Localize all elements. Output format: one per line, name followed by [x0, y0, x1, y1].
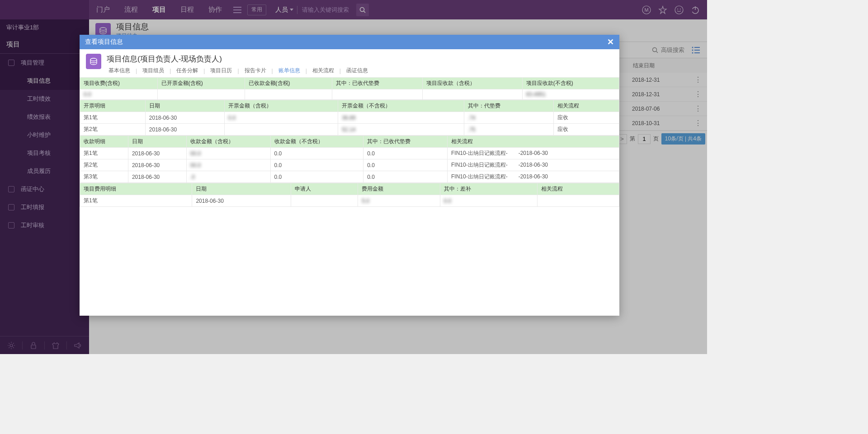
cell: 2018-06-30 — [128, 148, 186, 159]
cell: 0.0 — [80, 89, 158, 100]
table-row: 第2笔2018-06-3000.00.00.0FIN10-出纳日记账流程- -2… — [80, 159, 619, 171]
inner-title: 项目信息(项目负责人-现场负责人) — [107, 54, 613, 64]
cell: 2018-06-30 — [128, 171, 186, 183]
cell: FIN10-出纳日记账流程- -2018-06-30 — [447, 171, 619, 183]
col-header: 开票金额（不含税） — [338, 100, 464, 112]
bill-table: 收款明细日期收款金额（含税）收款金额（不含税）其中：已收代垫费相关流程第1笔20… — [80, 135, 619, 183]
cell: FIN10-出纳日记账流程- -2018-06-30 — [447, 148, 619, 159]
cell: 0.0 — [440, 195, 537, 207]
cell: 83.4951 — [522, 89, 619, 100]
cell: .75 — [464, 124, 553, 135]
cell — [157, 89, 245, 100]
cell: 2018-06-30 — [145, 124, 224, 135]
tab-item[interactable]: 相关流程 — [311, 67, 336, 75]
tab-item[interactable]: 函证信息 — [344, 67, 370, 75]
cell: 5.0 — [358, 195, 440, 207]
cell — [537, 195, 619, 207]
cell: 2018-06-30 — [128, 159, 186, 171]
cell — [422, 89, 522, 100]
col-header: 项目应收款(不含税) — [522, 78, 619, 89]
col-header: 开票金额（含税） — [224, 100, 338, 112]
modal-overlay: 查看项目信息 ✕ 项目信息(项目负责人-现场负责人) 基本信息|项目组员|任务分… — [0, 0, 707, 354]
col-header: 项目收费(含税) — [80, 78, 158, 89]
cell: 0.0 — [363, 171, 448, 183]
col-header: 收款明细 — [80, 136, 128, 148]
cell: 0.0 — [270, 171, 363, 183]
cell: .74 — [464, 112, 553, 124]
table-row: 0.083.4951 — [80, 89, 619, 100]
cell: 应收 — [554, 112, 619, 124]
col-header: 其中：已收代垫费 — [332, 78, 422, 89]
col-header: 相关流程 — [447, 136, 619, 148]
cell: 第1笔 — [80, 112, 146, 124]
col-header: 其中：已收代垫费 — [363, 136, 448, 148]
cell — [224, 124, 338, 135]
cell — [245, 89, 332, 100]
cell: 00.0 — [186, 159, 270, 171]
col-header: 相关流程 — [537, 183, 619, 195]
modal-body: 项目信息(项目负责人-现场负责人) 基本信息|项目组员|任务分解|项目日历|报告… — [80, 49, 619, 316]
cell: 2018-06-30 — [192, 195, 291, 207]
col-header: 申请人 — [291, 183, 358, 195]
cell: .0 — [186, 171, 270, 183]
cell: 52.14 — [338, 124, 464, 135]
cell: 00.0 — [186, 148, 270, 159]
col-header: 项目费用明细 — [80, 183, 192, 195]
modal-dialog: 查看项目信息 ✕ 项目信息(项目负责人-现场负责人) 基本信息|项目组员|任务分… — [80, 35, 619, 316]
col-header: 其中：差补 — [440, 183, 537, 195]
table-row: 第2笔2018-06-3052.14.75应收 — [80, 124, 619, 135]
col-header: 相关流程 — [554, 100, 619, 112]
tab-item[interactable]: 基本信息 — [107, 67, 132, 75]
cell — [291, 195, 358, 207]
cell: 0.0 — [363, 159, 448, 171]
modal-header: 查看项目信息 ✕ — [80, 35, 619, 49]
inner-header: 项目信息(项目负责人-现场负责人) 基本信息|项目组员|任务分解|项目日历|报告… — [80, 49, 619, 77]
cell: 应收 — [554, 124, 619, 135]
cell: FIN10-出纳日记账流程- -2018-06-30 — [447, 159, 619, 171]
col-header: 收款金额（含税） — [186, 136, 270, 148]
svg-point-20 — [90, 58, 97, 61]
tab-item[interactable]: 报告卡片 — [243, 67, 268, 75]
col-header: 已开票金额(含税) — [157, 78, 245, 89]
table-row: 第3笔2018-06-30.00.00.0FIN10-出纳日记账流程- -201… — [80, 171, 619, 183]
cell: 0.0 — [270, 159, 363, 171]
tab-item[interactable]: 项目日历 — [208, 67, 234, 75]
cell: 0.0 — [270, 148, 363, 159]
table-row: 第1笔2018-06-3000.00.00.0FIN10-出纳日记账流程- -2… — [80, 148, 619, 159]
tab-item[interactable]: 项目组员 — [141, 67, 166, 75]
bill-table: 开票明细日期开票金额（含税）开票金额（不含税）其中：代垫费相关流程第1笔2018… — [80, 100, 619, 135]
table-row: 第1笔2018-06-305.00.0 — [80, 195, 619, 207]
inner-tabs: 基本信息|项目组员|任务分解|项目日历|报告卡片|账单信息|相关流程|函证信息 — [107, 67, 613, 75]
col-header: 收款金额（不含税） — [270, 136, 363, 148]
bill-summary-table: 项目收费(含税)已开票金额(含税)已收款金额(含税)其中：已收代垫费项目应收款（… — [80, 77, 619, 100]
cell: 2018-06-30 — [145, 112, 224, 124]
cell: 第1笔 — [80, 195, 192, 207]
cell: 36.89 — [338, 112, 464, 124]
bill-table: 项目费用明细日期申请人费用金额其中：差补相关流程第1笔2018-06-305.0… — [80, 183, 619, 207]
modal-title: 查看项目信息 — [85, 38, 123, 46]
cell: 第2笔 — [80, 124, 146, 135]
cell: 第1笔 — [80, 148, 128, 159]
col-header: 日期 — [128, 136, 186, 148]
project-icon — [86, 54, 101, 69]
col-header: 日期 — [192, 183, 291, 195]
modal-close-button[interactable]: ✕ — [607, 37, 614, 47]
cell: 第3笔 — [80, 171, 128, 183]
col-header: 开票明细 — [80, 100, 146, 112]
col-header: 已收款金额(含税) — [245, 78, 332, 89]
tab-item[interactable]: 账单信息 — [277, 67, 302, 75]
tab-item[interactable]: 任务分解 — [175, 67, 200, 75]
col-header: 日期 — [145, 100, 224, 112]
cell: 第2笔 — [80, 159, 128, 171]
cell: 0.0 — [363, 148, 448, 159]
table-row: 第1笔2018-06-300.036.89.74应收 — [80, 112, 619, 124]
col-header: 费用金额 — [358, 183, 440, 195]
cell — [332, 89, 422, 100]
col-header: 其中：代垫费 — [464, 100, 553, 112]
cell: 0.0 — [224, 112, 338, 124]
col-header: 项目应收款（含税） — [422, 78, 522, 89]
